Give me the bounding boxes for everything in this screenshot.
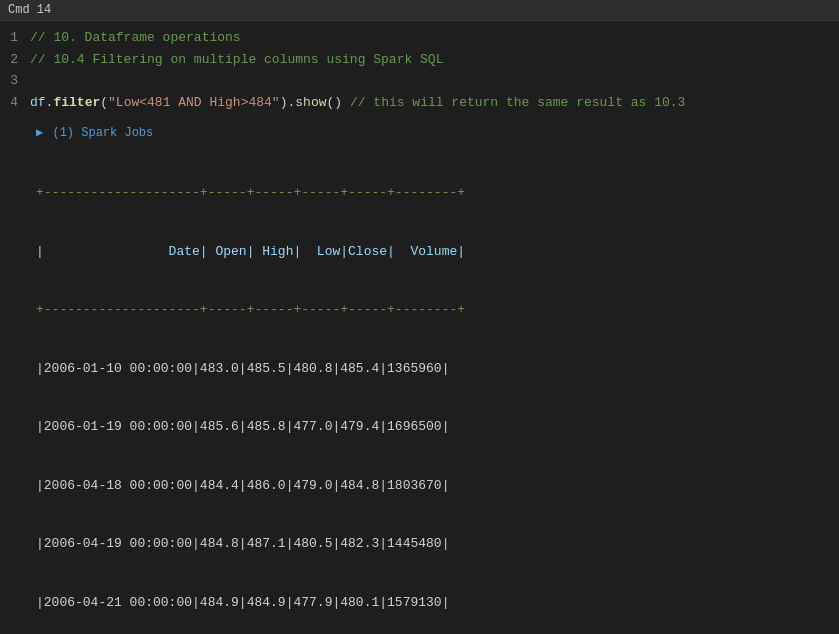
output-area: ▶ (1) Spark Jobs +--------------------+-… (0, 119, 839, 634)
table-row: |2006-04-18 00:00:00|484.4|486.0|479.0|4… (36, 476, 831, 496)
code-content-4: df.filter("Low<481 AND High>484").show()… (30, 93, 685, 113)
line-number-3: 3 (0, 71, 30, 91)
code-line-1: 1 // 10. Dataframe operations (0, 27, 839, 49)
code-comment-2: // 10.4 Filtering on multiple columns us… (30, 50, 443, 70)
title-label: Cmd 14 (0, 0, 839, 21)
line-number-1: 1 (0, 28, 30, 48)
table-header: | Date| Open| High| Low|Close| Volume| (36, 242, 831, 262)
code-line-2: 2 // 10.4 Filtering on multiple columns … (0, 49, 839, 71)
title-bar: Cmd 14 (0, 0, 839, 21)
code-line-4: 4 df.filter("Low<481 AND High>484").show… (0, 92, 839, 114)
code-blank-3 (30, 71, 38, 91)
spark-jobs-line[interactable]: ▶ (1) Spark Jobs (36, 125, 831, 140)
code-line-3: 3 (0, 70, 839, 92)
code-comment-1: // 10. Dataframe operations (30, 28, 241, 48)
table-row: |2006-01-10 00:00:00|483.0|485.5|480.8|4… (36, 359, 831, 379)
spark-jobs-arrow: ▶ (36, 126, 43, 140)
table-row: |2006-04-21 00:00:00|484.9|484.9|477.9|4… (36, 593, 831, 613)
table-separator-header: +--------------------+-----+-----+-----+… (36, 300, 831, 320)
spark-jobs-label: (1) Spark Jobs (52, 126, 153, 140)
table-output: +--------------------+-----+-----+-----+… (36, 144, 831, 634)
editor-area: 1 // 10. Dataframe operations 2 // 10.4 … (0, 21, 839, 119)
line-number-2: 2 (0, 50, 30, 70)
table-row: |2006-01-19 00:00:00|485.6|485.8|477.0|4… (36, 417, 831, 437)
line-number-4: 4 (0, 93, 30, 113)
table-separator-top: +--------------------+-----+-----+-----+… (36, 183, 831, 203)
table-row: |2006-04-19 00:00:00|484.8|487.1|480.5|4… (36, 534, 831, 554)
